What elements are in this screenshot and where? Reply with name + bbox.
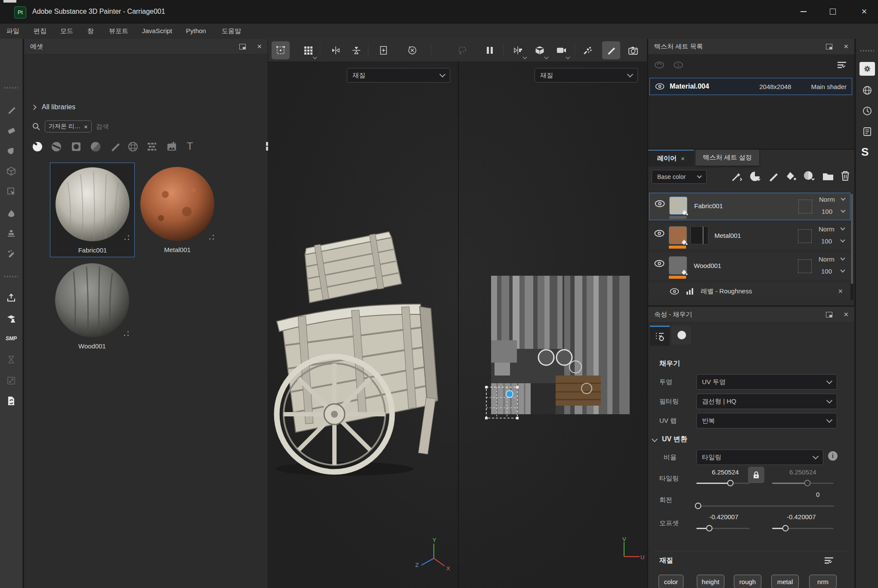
menu-viewport[interactable]: 뷰포트 <box>109 27 128 35</box>
mirror-y-button[interactable] <box>347 41 365 59</box>
uv-wrap-dropdown[interactable]: 반복 <box>696 413 837 428</box>
menu-file[interactable]: 파일 <box>6 27 19 35</box>
rotation-snap-button[interactable] <box>403 41 421 59</box>
filter-smart-materials[interactable] <box>51 141 62 152</box>
layers-tab[interactable]: 레이어 × <box>648 150 694 166</box>
search-placeholder[interactable]: 검색 <box>96 123 109 131</box>
menu-help[interactable]: 도움말 <box>222 27 241 35</box>
material-list-filter-icon[interactable] <box>824 556 835 565</box>
rotation-knob[interactable] <box>695 503 702 509</box>
3d-model-carriage[interactable] <box>269 230 458 484</box>
filter-procedurals[interactable] <box>127 141 139 152</box>
asset-options-dots[interactable] <box>124 235 130 241</box>
add-group-mask-button[interactable] <box>803 170 816 182</box>
resize-button[interactable] <box>2 372 20 390</box>
blend-mode-select[interactable]: Norm <box>819 256 835 263</box>
opacity-select[interactable]: 100 <box>821 268 832 275</box>
filter-alphas[interactable] <box>71 141 82 152</box>
viewport-area[interactable]: 재질 재질 <box>268 39 647 588</box>
2d-view-mode-dropdown[interactable]: 재질 <box>535 68 638 83</box>
tiling-x-knob[interactable] <box>727 480 734 486</box>
add-fill-layer-button[interactable] <box>785 171 797 182</box>
asset-options-dots[interactable] <box>124 331 130 337</box>
opacity-select[interactable]: 100 <box>822 208 832 215</box>
properties-panel-header[interactable]: 속성 - 채우기 × <box>648 307 854 323</box>
eye-icon[interactable] <box>655 200 665 207</box>
menu-edit[interactable]: 편집 <box>34 27 46 35</box>
menu-javascript[interactable]: JavaScript <box>142 27 172 34</box>
substance-share-dock-button[interactable]: S <box>861 145 869 159</box>
projection-dropdown[interactable]: UV 투영 <box>696 374 837 390</box>
asset-options-dots[interactable] <box>209 235 215 241</box>
channel-button-rough[interactable]: rough <box>734 575 761 588</box>
offset-x-knob[interactable] <box>706 525 713 532</box>
layer-row-metal001[interactable]: Metal001 Norm 100 <box>649 223 850 250</box>
channel-button-nrm[interactable]: nrm <box>809 575 837 588</box>
texture-set-panel-header[interactable]: 텍스처 세트 목록 × <box>648 39 854 55</box>
paint-mode-button[interactable] <box>602 41 620 59</box>
tiling-y-value[interactable]: 6.250524 <box>789 468 816 476</box>
rotation-value[interactable]: 0 <box>816 491 819 498</box>
library-selector[interactable]: All libraries <box>32 103 75 111</box>
mask-placeholder[interactable] <box>798 200 812 213</box>
add-folder-button[interactable] <box>822 171 834 182</box>
smudge-tool-button[interactable] <box>2 203 20 222</box>
export-button[interactable] <box>2 289 20 307</box>
send-to-button[interactable] <box>2 310 20 328</box>
reload-textures-button[interactable] <box>2 392 20 410</box>
clone-tool-button[interactable] <box>2 224 20 242</box>
mask-thumbnail[interactable] <box>690 226 708 244</box>
tiling-mode-button[interactable] <box>299 41 317 59</box>
split-view-button[interactable] <box>509 41 527 59</box>
eye-icon[interactable] <box>654 260 665 267</box>
add-smart-material-button[interactable] <box>749 170 762 182</box>
eye-icon[interactable] <box>670 288 679 295</box>
smp-logo[interactable]: SMP <box>2 329 20 348</box>
close-icon[interactable]: × <box>844 43 848 50</box>
camera-view-button[interactable] <box>552 41 570 59</box>
opacity-select[interactable]: 100 <box>821 237 832 245</box>
filter-filters[interactable] <box>90 141 101 152</box>
texture-set-row[interactable]: Material.004 2048x2048 Main shader <box>649 78 852 95</box>
tag-remove-icon[interactable]: × <box>84 123 88 130</box>
lazy-mouse-button[interactable] <box>453 41 471 59</box>
tiling-y-knob[interactable] <box>804 480 811 486</box>
scrollbar-thumb[interactable] <box>851 194 853 284</box>
filtering-dropdown[interactable]: 겹선형 | HQ <box>696 394 837 409</box>
mask-placeholder[interactable] <box>798 259 812 273</box>
render-mode-button[interactable] <box>624 41 643 59</box>
add-paint-layer-button[interactable] <box>768 171 779 182</box>
remove-effect-icon[interactable]: × <box>838 287 843 295</box>
filter-patterns[interactable] <box>146 141 158 152</box>
properties-tab-material[interactable] <box>671 326 691 345</box>
uv-transform-header[interactable]: UV 변환 <box>652 435 687 444</box>
close-button[interactable]: × <box>856 5 873 18</box>
menu-window[interactable]: 창 <box>87 27 94 35</box>
snap-frame-button[interactable] <box>375 41 393 59</box>
history-dock-button[interactable] <box>859 104 875 118</box>
mask-placeholder[interactable] <box>798 229 812 243</box>
paint-tool-button[interactable] <box>2 101 20 119</box>
close-icon[interactable]: × <box>257 43 262 50</box>
undock-icon[interactable] <box>239 44 246 49</box>
offset-x-value[interactable]: -0.420007 <box>709 513 739 520</box>
asset-tile-fabric001[interactable]: Fabric001 <box>50 163 135 257</box>
eye-icon[interactable] <box>655 83 665 90</box>
undock-icon[interactable] <box>826 312 832 317</box>
particles-tool-button[interactable] <box>2 245 20 263</box>
shader-settings-dock-button[interactable] <box>859 83 875 97</box>
eye-icon[interactable] <box>654 230 665 237</box>
filter-materials[interactable] <box>32 141 43 152</box>
eye-solo-icon[interactable]: 1 <box>673 61 683 69</box>
texture-set-settings-tab[interactable]: 텍스처 세트 설정 <box>696 150 759 166</box>
blend-mode-select[interactable]: Norm <box>819 196 835 203</box>
menu-python[interactable]: Python <box>186 27 206 34</box>
assets-panel-header[interactable]: 에셋 × <box>24 39 268 55</box>
polygon-fill-tool-button[interactable] <box>2 182 20 200</box>
close-tab-icon[interactable]: × <box>681 155 685 162</box>
eraser-tool-button[interactable] <box>2 121 20 139</box>
blend-mode-select[interactable]: Norm <box>819 225 835 233</box>
tiling-x-value[interactable]: 6.250524 <box>712 468 739 476</box>
eye-link-icon[interactable] <box>654 61 665 69</box>
projection-tool-button[interactable] <box>2 142 20 160</box>
